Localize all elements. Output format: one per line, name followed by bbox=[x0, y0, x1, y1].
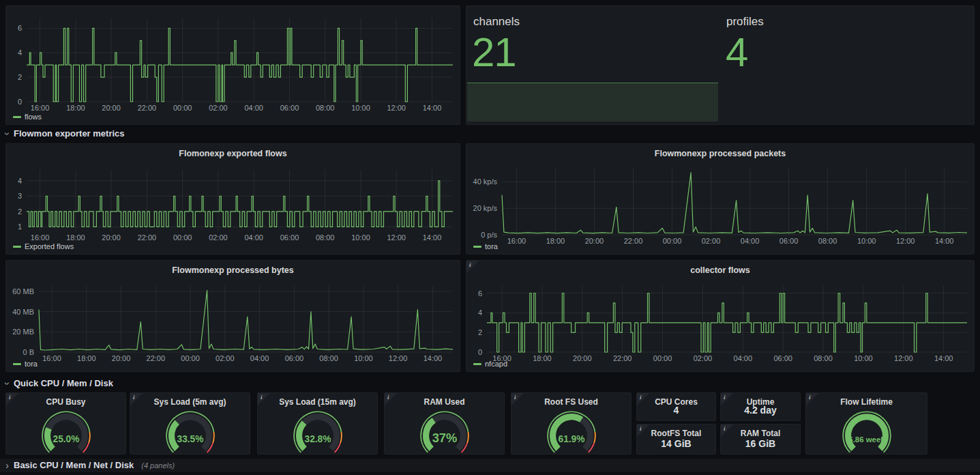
svg-text:10:00: 10:00 bbox=[857, 237, 876, 245]
legend-processed-packets[interactable]: tora bbox=[473, 242, 498, 250]
svg-text:12:00: 12:00 bbox=[387, 104, 406, 112]
gauge-title[interactable]: RAM Used bbox=[385, 397, 504, 407]
channels-label: channels bbox=[473, 15, 520, 29]
svg-text:02:00: 02:00 bbox=[209, 104, 228, 112]
svg-text:02:00: 02:00 bbox=[216, 354, 235, 362]
gauge-title[interactable]: Flow Lifetime bbox=[806, 397, 927, 407]
legend-series-color bbox=[13, 116, 21, 118]
svg-text:12:00: 12:00 bbox=[389, 354, 408, 362]
row-header-flowmon-exporter-metrics[interactable]: › Flowmon exporter metrics bbox=[5, 128, 125, 139]
panel-gauge-flow-lifetime: i Flow Lifetime 6.86 week bbox=[805, 392, 927, 455]
svg-text:18:00: 18:00 bbox=[546, 237, 565, 245]
svg-text:06:00: 06:00 bbox=[773, 354, 792, 362]
svg-text:04:00: 04:00 bbox=[244, 104, 263, 112]
svg-text:20:00: 20:00 bbox=[585, 237, 604, 245]
svg-text:40 MB: 40 MB bbox=[12, 308, 34, 316]
svg-text:00:00: 00:00 bbox=[663, 237, 682, 245]
panel-channels-profiles: channels 21 profiles 4 bbox=[466, 5, 975, 125]
gauge-title[interactable]: CPU Busy bbox=[6, 397, 125, 407]
svg-text:0 p/s: 0 p/s bbox=[481, 231, 497, 239]
legend-series-color bbox=[473, 246, 481, 248]
svg-text:14:00: 14:00 bbox=[424, 354, 443, 362]
svg-text:10:00: 10:00 bbox=[351, 104, 370, 112]
svg-text:22:00: 22:00 bbox=[624, 237, 643, 245]
panel-processed-packets: Flowmonexp processed packets 0 p/s20 kp/… bbox=[466, 143, 975, 255]
legend-flows[interactable]: flows bbox=[13, 113, 42, 121]
stat-title[interactable]: RAM Total bbox=[721, 429, 800, 438]
svg-text:25.0%: 25.0% bbox=[53, 434, 79, 444]
stat-value: 16 GiB bbox=[721, 438, 800, 449]
svg-text:02:00: 02:00 bbox=[694, 354, 713, 362]
processed-bytes-chart-plot[interactable]: 0 B20 MB40 MB60 MB16:0018:0020:0022:0000… bbox=[6, 261, 460, 371]
svg-text:20:00: 20:00 bbox=[102, 104, 121, 112]
svg-text:02:00: 02:00 bbox=[209, 233, 228, 242]
stat-value: 4 bbox=[637, 405, 715, 416]
svg-text:37%: 37% bbox=[432, 431, 457, 445]
svg-text:2: 2 bbox=[478, 328, 482, 336]
svg-text:10:00: 10:00 bbox=[854, 354, 873, 362]
exported-flows-chart-plot[interactable]: 123416:0018:0020:0022:0000:0002:0004:000… bbox=[6, 144, 460, 254]
gauge-title[interactable]: Root FS Used bbox=[511, 397, 631, 407]
panel-exported-flows: Flomonexp exported flows 123416:0018:002… bbox=[5, 143, 460, 255]
svg-text:22:00: 22:00 bbox=[613, 354, 632, 362]
svg-text:00:00: 00:00 bbox=[653, 354, 672, 362]
svg-text:20 MB: 20 MB bbox=[12, 328, 34, 336]
legend-collector-flows[interactable]: nfcapd bbox=[473, 360, 507, 368]
panel-processed-bytes: Flowmonexp processed bytes 0 B20 MB40 MB… bbox=[5, 260, 460, 372]
stat-title[interactable]: RootFS Total bbox=[637, 429, 715, 438]
row-header-quick-cpu-mem-disk[interactable]: › Quick CPU / Mem / Disk bbox=[5, 378, 113, 389]
svg-text:14:00: 14:00 bbox=[935, 237, 954, 245]
panel-gauge-cpu-busy: i CPU Busy 25.0% bbox=[5, 392, 126, 455]
legend-label: tora bbox=[485, 242, 498, 250]
svg-text:22:00: 22:00 bbox=[138, 233, 157, 242]
svg-text:0: 0 bbox=[478, 348, 482, 356]
svg-text:22:00: 22:00 bbox=[147, 354, 166, 362]
row-panel-count: (4 panels) bbox=[141, 460, 175, 471]
svg-text:08:00: 08:00 bbox=[316, 233, 335, 242]
svg-text:10:00: 10:00 bbox=[351, 233, 370, 242]
svg-text:12:00: 12:00 bbox=[896, 237, 915, 245]
svg-text:6: 6 bbox=[18, 24, 22, 32]
row-header-basic-cpu-mem-net-disk[interactable]: › Basic CPU / Mem / Net / Disk (4 panels… bbox=[5, 460, 175, 471]
legend-series-color bbox=[473, 363, 481, 365]
svg-text:0 B: 0 B bbox=[23, 348, 34, 356]
svg-text:00:00: 00:00 bbox=[173, 233, 192, 242]
legend-label: Exported flows bbox=[25, 242, 74, 250]
row-header-label: Quick CPU / Mem / Disk bbox=[14, 378, 113, 389]
panel-gauge-root-fs-used: i Root FS Used 61.9% bbox=[511, 392, 632, 455]
legend-label: tora bbox=[25, 360, 38, 368]
svg-text:22:00: 22:00 bbox=[138, 104, 157, 112]
gauge-title[interactable]: Sys Load (5m avg) bbox=[130, 397, 250, 407]
profiles-value: 4 bbox=[726, 32, 747, 73]
flows-chart-plot[interactable]: 024616:0018:0020:0022:0000:0002:0004:000… bbox=[6, 6, 460, 124]
svg-text:08:00: 08:00 bbox=[814, 354, 833, 362]
svg-text:04:00: 04:00 bbox=[250, 354, 269, 362]
svg-text:0: 0 bbox=[18, 98, 22, 106]
panel-stat-cpu-cores: i CPU Cores 4 bbox=[636, 392, 716, 421]
chevron-right-icon: › bbox=[5, 461, 9, 470]
gauge-title[interactable]: Sys Load (15m avg) bbox=[258, 397, 377, 407]
chevron-down-icon: › bbox=[3, 132, 12, 136]
stat-value: 4.2 day bbox=[721, 405, 800, 416]
legend-processed-bytes[interactable]: tora bbox=[13, 360, 38, 368]
svg-text:2: 2 bbox=[18, 207, 22, 216]
panel-flows: 024616:0018:0020:0022:0000:0002:0004:000… bbox=[5, 5, 460, 125]
svg-text:08:00: 08:00 bbox=[316, 104, 335, 112]
svg-text:61.9%: 61.9% bbox=[558, 434, 584, 444]
svg-text:16:00: 16:00 bbox=[31, 233, 50, 242]
collector-flows-chart-plot[interactable]: 024616:0018:0020:0022:0000:0002:0004:000… bbox=[466, 261, 974, 371]
processed-packets-chart-plot[interactable]: 0 p/s20 kp/s40 kp/s16:0018:0020:0022:000… bbox=[466, 144, 974, 254]
svg-text:04:00: 04:00 bbox=[741, 237, 760, 245]
svg-text:33.5%: 33.5% bbox=[177, 434, 203, 444]
svg-text:20:00: 20:00 bbox=[573, 354, 592, 362]
svg-text:00:00: 00:00 bbox=[181, 354, 200, 362]
svg-text:04:00: 04:00 bbox=[244, 233, 263, 242]
legend-series-color bbox=[13, 246, 21, 248]
gauge-cpu-busy: 25.0% bbox=[29, 407, 104, 453]
legend-exported-flows[interactable]: Exported flows bbox=[13, 242, 74, 250]
svg-text:6.86 week: 6.86 week bbox=[848, 435, 885, 444]
svg-text:06:00: 06:00 bbox=[285, 354, 304, 362]
channels-sparkline-fill bbox=[467, 83, 718, 121]
svg-text:18:00: 18:00 bbox=[66, 104, 85, 112]
svg-text:16:00: 16:00 bbox=[42, 354, 61, 362]
